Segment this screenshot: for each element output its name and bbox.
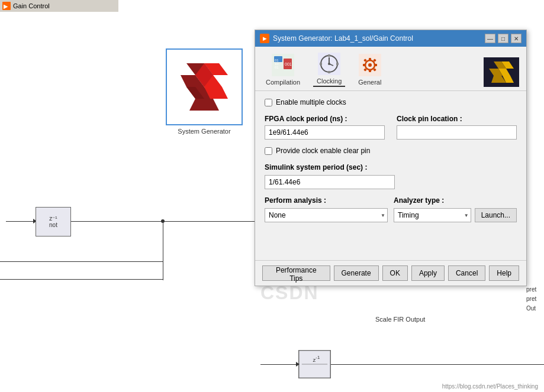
svg-rect-36: [369, 69, 371, 72]
wire-7: [331, 364, 544, 365]
provide-clock-enable-label[interactable]: Provide clock enable clear pin: [276, 147, 370, 155]
svg-text:-1: -1: [316, 355, 320, 360]
svg-rect-28: [328, 54, 330, 57]
wire-4: [0, 279, 163, 280]
right-label-2: pret: [526, 294, 544, 304]
perform-analysis-select[interactable]: None Timing Resource: [265, 208, 388, 222]
enable-multiple-clocks-checkbox[interactable]: [265, 99, 272, 106]
dialog-toolbar: 01 10 01 001 Compilation Clo: [255, 47, 526, 91]
fpga-clock-row: FPGA clock period (ns) : Clock pin locat…: [265, 115, 517, 140]
sysgen-label: System Generator: [178, 128, 230, 135]
simulink-period-label: Simulink system period (sec) :: [265, 163, 517, 171]
block-system-generator[interactable]: System Generator: [166, 48, 243, 143]
right-label-3: Out: [526, 304, 544, 313]
dialog-spacer: [265, 229, 517, 253]
svg-text:▶: ▶: [4, 4, 8, 9]
xilinx-toolbar-logo: [484, 57, 519, 87]
dialog-title-icon: ▶: [260, 34, 269, 43]
arrow-bottom: [296, 362, 300, 367]
svg-rect-30: [320, 63, 322, 65]
clock-pin-col: Clock pin location :: [397, 115, 517, 140]
general-label: General: [358, 79, 381, 86]
block-z1-not[interactable]: z⁻¹ not: [36, 207, 71, 237]
dialog-title-left: ▶ System Generator: Lab4_1_sol/Gain Cont…: [260, 34, 413, 43]
wire-5: [0, 261, 163, 262]
ok-button[interactable]: OK: [382, 265, 408, 281]
launch-button[interactable]: Launch...: [475, 208, 517, 222]
simulink-period-section: Simulink system period (sec) :: [265, 163, 517, 189]
analyzer-type-label: Analyzer type :: [394, 196, 517, 205]
system-generator-dialog: ▶ System Generator: Lab4_1_sol/Gain Cont…: [255, 30, 527, 286]
sysgen-box: [166, 48, 243, 125]
compilation-label: Compilation: [266, 79, 300, 86]
block-z1-bottom[interactable]: z -1: [298, 350, 331, 378]
right-side-labels: pret pret Out: [526, 285, 544, 313]
dialog-buttons: Performance Tips Generate OK Apply Cance…: [255, 260, 526, 286]
wire-junction: [161, 219, 165, 223]
help-button[interactable]: Help: [489, 265, 519, 281]
simulink-period-input[interactable]: [265, 175, 395, 189]
analyzer-type-row: Timing Resource ▼ Launch...: [394, 208, 517, 222]
xilinx-logo-svg: [175, 57, 234, 116]
svg-text:001: 001: [285, 62, 292, 66]
apply-button[interactable]: Apply: [411, 265, 445, 281]
main-title: Gain Control: [13, 2, 50, 9]
enable-multiple-clocks-label[interactable]: Enable multiple clocks: [276, 98, 346, 106]
toolbar-general[interactable]: General: [355, 53, 385, 87]
fpga-clock-label: FPGA clock period (ns) :: [265, 115, 385, 123]
wire-3: [163, 221, 163, 280]
dialog-body: Enable multiple clocks FPGA clock period…: [255, 91, 526, 260]
wire-1: [6, 221, 36, 222]
generate-button[interactable]: Generate: [334, 265, 379, 281]
svg-rect-37: [363, 64, 366, 66]
clock-pin-label: Clock pin location :: [397, 115, 517, 123]
wire-6: [260, 364, 298, 365]
clocking-icon: [318, 53, 340, 75]
compilation-icon: 01 10 01 001: [272, 54, 294, 76]
toolbar-clocking[interactable]: Clocking: [313, 51, 345, 87]
wire-2: [71, 221, 260, 222]
main-window-icon: ▶: [2, 2, 11, 10]
analyzer-type-dropdown[interactable]: Timing Resource ▼: [394, 208, 471, 222]
provide-clock-enable-row: Provide clock enable clear pin: [265, 147, 517, 155]
z1-bottom-svg: z -1: [299, 350, 330, 378]
perform-analysis-label: Perform analysis :: [265, 196, 388, 205]
close-button[interactable]: ✕: [511, 34, 522, 43]
analyzer-type-col: Analyzer type : Timing Resource ▼ Launch…: [394, 196, 517, 222]
url-label: https://blog.csdn.net/Places_thinking: [442, 383, 538, 390]
perform-analysis-dropdown[interactable]: None Timing Resource ▼: [265, 208, 388, 222]
analyzer-type-select[interactable]: Timing Resource: [394, 208, 471, 222]
fpga-clock-input[interactable]: [265, 125, 385, 140]
dialog-controls[interactable]: — □ ✕: [485, 34, 522, 43]
enable-multiple-clocks-row: Enable multiple clocks: [265, 98, 517, 106]
cancel-button[interactable]: Cancel: [448, 265, 485, 281]
svg-rect-31: [336, 63, 339, 65]
general-icon: [359, 54, 381, 76]
minimize-button[interactable]: —: [485, 34, 495, 43]
xilinx-brand: [484, 57, 519, 87]
svg-point-34: [368, 63, 372, 67]
z1-text: z⁻¹: [49, 215, 57, 222]
clock-pin-input[interactable]: [397, 125, 517, 140]
maximize-button[interactable]: □: [498, 34, 508, 43]
svg-rect-29: [328, 71, 330, 73]
perform-analysis-col: Perform analysis : None Timing Resource …: [265, 196, 388, 222]
toolbar-compilation[interactable]: 01 10 01 001 Compilation: [262, 53, 304, 87]
svg-text:01: 01: [275, 66, 279, 69]
clocking-label: Clocking: [317, 77, 342, 85]
dialog-titlebar: ▶ System Generator: Lab4_1_sol/Gain Cont…: [255, 30, 526, 47]
right-label-1: pret: [526, 285, 544, 294]
fpga-clock-col: FPGA clock period (ns) :: [265, 115, 385, 140]
scale-fir-label: Scale FIR Output: [375, 316, 425, 323]
xilinx-toolbar-svg: [487, 60, 516, 84]
dialog-title-text: System Generator: Lab4_1_sol/Gain Contro…: [273, 34, 413, 43]
z1-not-text: not: [49, 222, 57, 228]
main-titlebar: ▶ Gain Control: [0, 0, 118, 12]
provide-clock-enable-checkbox[interactable]: [265, 147, 272, 155]
svg-rect-35: [369, 58, 371, 61]
performance-tips-button[interactable]: Performance Tips: [262, 265, 330, 281]
svg-rect-38: [374, 64, 377, 66]
perform-analysis-row: Perform analysis : None Timing Resource …: [265, 196, 517, 222]
